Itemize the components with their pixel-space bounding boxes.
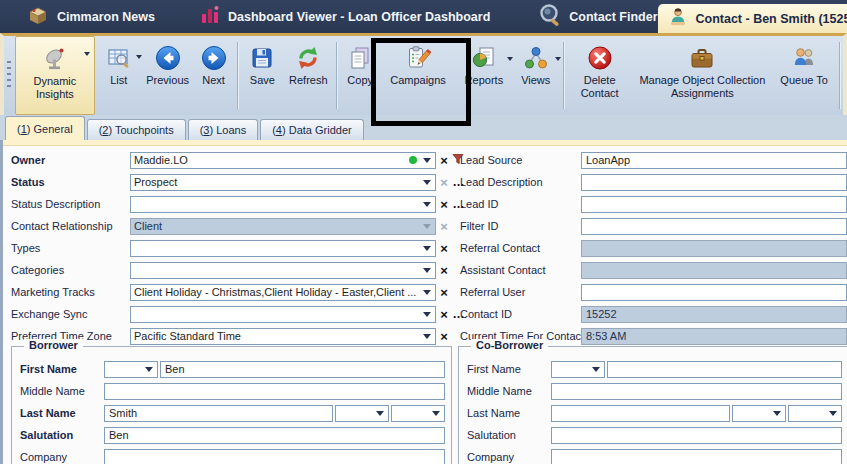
tab-data-gridder[interactable]: (4) Data Gridder <box>260 119 364 140</box>
queue-to-button[interactable]: Queue To <box>772 36 836 115</box>
tab-touchpoints[interactable]: (2) Touchpoints <box>87 119 186 140</box>
status-description-combo[interactable] <box>130 196 436 213</box>
floppy-disk-icon <box>250 41 274 74</box>
exchange-sync-combo[interactable] <box>130 306 436 323</box>
views-button[interactable]: Views <box>512 36 560 115</box>
borrower-last-name-input[interactable]: Smith <box>104 405 333 422</box>
marketing-tracks-combo[interactable]: Client Holiday - Christmas,Client Holida… <box>130 284 436 301</box>
arrow-left-circle-icon <box>154 41 182 74</box>
co-borrower-company-input[interactable] <box>551 449 842 464</box>
tab-contact-finder[interactable]: Contact Finder <box>538 3 657 30</box>
copy-button[interactable]: Copy <box>340 36 380 115</box>
referral-contact-label: Referral Contact <box>458 242 581 254</box>
lead-source-value: LoanApp <box>586 154 630 166</box>
tab-dashboard-viewer[interactable]: Dashboard Viewer - Loan Officer Dashboar… <box>199 4 490 29</box>
borrower-middle-name-input[interactable] <box>104 383 445 400</box>
clear-icon[interactable]: × <box>438 286 450 299</box>
name-suffix-combo-2[interactable] <box>788 405 842 422</box>
lead-id-input[interactable] <box>581 196 847 213</box>
clear-icon[interactable]: × <box>438 264 450 277</box>
campaigns-button[interactable]: Campaigns <box>380 36 456 115</box>
button-label: Next <box>202 74 225 87</box>
dynamic-insights-button[interactable]: Dynamic Insights <box>15 36 95 115</box>
name-prefix-combo[interactable] <box>551 361 605 378</box>
chevron-down-icon <box>376 411 384 416</box>
clear-icon[interactable]: × <box>438 176 450 189</box>
assistant-contact-row: Assistant Contact <box>458 259 847 281</box>
tab-contact-ben-smith[interactable]: Contact - Ben Smith (15252) × <box>658 4 847 33</box>
borrower-company-input[interactable] <box>104 449 445 464</box>
chevron-down-icon <box>423 312 431 317</box>
status-combo[interactable]: Prospect <box>130 174 436 191</box>
chevron-down-icon <box>423 158 431 163</box>
borrower-salutation-input[interactable]: Ben <box>104 427 445 444</box>
name-suffix-combo[interactable] <box>732 405 786 422</box>
refresh-button[interactable]: Refresh <box>283 36 333 115</box>
tab-loans[interactable]: (3) Loans <box>188 119 259 140</box>
co-borrower-first-name-input[interactable] <box>607 361 842 378</box>
co-borrower-middle-name-input[interactable] <box>551 383 842 400</box>
delete-contact-button[interactable]: Delete Contact <box>567 36 633 115</box>
button-label: List <box>110 74 127 87</box>
clear-icon[interactable]: × <box>438 330 450 343</box>
toolbar-grip-handle[interactable] <box>7 61 11 91</box>
tab-label: Dashboard Viewer - Loan Officer Dashboar… <box>228 10 490 24</box>
first-name-label: First Name <box>465 363 551 375</box>
co-borrower-last-name-input[interactable] <box>551 405 730 422</box>
referral-user-input[interactable] <box>581 284 847 301</box>
categories-combo[interactable] <box>130 262 436 279</box>
borrower-company-row: Company <box>18 446 445 464</box>
online-status-icon <box>409 156 417 164</box>
co-borrower-salutation-input[interactable] <box>551 427 842 444</box>
reports-button[interactable]: Reports <box>456 36 512 115</box>
name-suffix-combo-2[interactable] <box>391 405 445 422</box>
co-borrower-first-name-row: First Name <box>465 358 842 380</box>
button-label: Reports <box>465 74 504 87</box>
filter-id-input[interactable] <box>581 218 847 235</box>
preferred-time-zone-combo[interactable]: Pacific Standard Time <box>130 328 436 345</box>
name-prefix-combo[interactable] <box>104 361 158 378</box>
categories-row: Categories × <box>8 259 451 281</box>
previous-button[interactable]: Previous <box>143 36 193 115</box>
lead-source-input[interactable]: LoanApp <box>581 152 847 169</box>
types-combo[interactable] <box>130 240 436 257</box>
exchange-sync-label: Exchange Sync <box>8 308 130 320</box>
referral-user-row: Referral User <box>458 281 847 303</box>
name-suffix-combo[interactable] <box>335 405 389 422</box>
lead-description-input[interactable] <box>581 174 847 191</box>
contact-id-value: 15252 <box>586 308 617 320</box>
middle-name-label: Middle Name <box>18 385 104 397</box>
chevron-down-icon <box>145 367 153 372</box>
chevron-down-icon <box>423 202 431 207</box>
manage-object-collection-assignments-button[interactable]: Manage Object Collection Assignments <box>633 36 773 115</box>
lead-source-row: Lead Source LoanApp <box>458 149 847 171</box>
assistant-contact-input <box>581 262 847 279</box>
borrower-first-name-input[interactable]: Ben <box>160 361 445 378</box>
clear-icon[interactable]: × <box>438 198 450 211</box>
chevron-down-icon <box>432 411 440 416</box>
list-grid-icon <box>107 41 131 74</box>
preferred-time-zone-value: Pacific Standard Time <box>134 330 421 342</box>
contact-relationship-value: Client <box>134 220 421 232</box>
button-label: Queue To <box>780 74 828 87</box>
clear-icon[interactable]: × <box>438 242 450 255</box>
owner-label: Owner <box>8 154 130 166</box>
org-people-icon <box>523 41 549 74</box>
tab-cimmaron-news[interactable]: Cimmaron News <box>26 3 155 30</box>
referral-contact-input <box>581 240 847 257</box>
dashboard-icon <box>199 4 221 29</box>
clear-icon[interactable]: × <box>438 308 450 321</box>
copy-pages-icon <box>348 41 372 74</box>
record-tab-strip: (1) General (2) Touchpoints (3) Loans (4… <box>0 115 847 140</box>
tab-general[interactable]: (1) General <box>5 116 85 140</box>
save-button[interactable]: Save <box>241 36 283 115</box>
salutation-label: Salutation <box>18 429 104 441</box>
owner-combo[interactable]: Maddie.LO <box>130 152 436 169</box>
next-button[interactable]: Next <box>193 36 235 115</box>
lead-source-label: Lead Source <box>458 154 581 166</box>
company-label: Company <box>465 451 551 463</box>
contact-relationship-row: Contact Relationship Client × <box>8 215 451 237</box>
button-label: Copy <box>347 74 373 87</box>
list-button[interactable]: List <box>95 36 143 115</box>
clear-icon[interactable]: × <box>438 154 450 167</box>
